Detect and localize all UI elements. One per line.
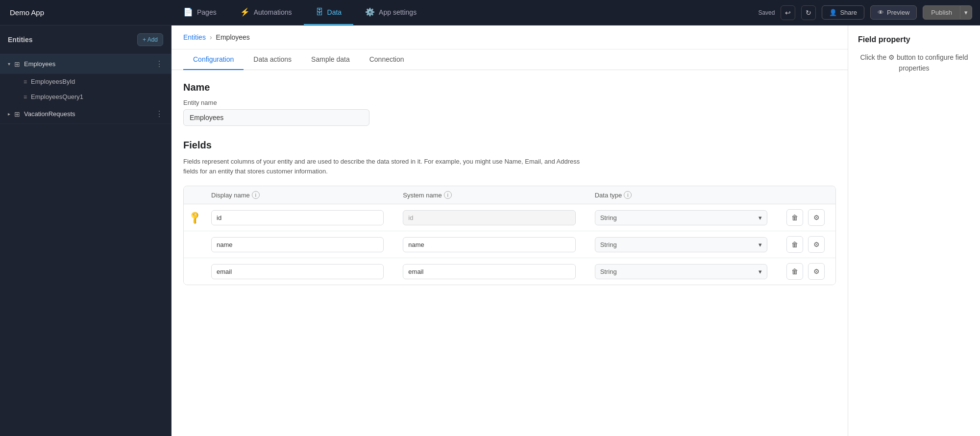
row-id-dropdown-icon: ▾ bbox=[759, 214, 762, 221]
data-type-info-icon[interactable]: i bbox=[624, 191, 632, 199]
row-name-system-name-input[interactable] bbox=[403, 237, 575, 252]
display-name-info-icon[interactable]: i bbox=[252, 191, 260, 199]
tab-content-configuration: Name Entity name Fields Fields represent… bbox=[172, 70, 848, 436]
undo-button[interactable]: ↩ bbox=[781, 5, 795, 20]
redo-button[interactable]: ↻ bbox=[801, 5, 816, 20]
pages-icon: 📄 bbox=[183, 7, 193, 17]
entity-name-input[interactable] bbox=[183, 109, 369, 126]
sidebar-item-employees[interactable]: ▾ ⊞ Employees ⋮ bbox=[0, 54, 171, 74]
sidebar-item-employeesbyid[interactable]: ≡ EmployeesById bbox=[0, 74, 171, 89]
add-entity-button[interactable]: + Add bbox=[137, 33, 163, 46]
row-name-system-name-cell bbox=[403, 237, 594, 252]
right-panel: Field property Click the ⚙ button to con… bbox=[848, 25, 980, 436]
system-name-info-icon[interactable]: i bbox=[444, 191, 452, 199]
tab-automations[interactable]: ⚡ Automations bbox=[228, 0, 304, 25]
row-id-display-name-input[interactable] bbox=[211, 210, 384, 225]
share-button[interactable]: 👤 Share bbox=[822, 5, 864, 20]
tab-sample-data[interactable]: Sample data bbox=[301, 49, 360, 70]
row-name-data-type-select[interactable]: String ▾ bbox=[595, 237, 767, 252]
tab-connection[interactable]: Connection bbox=[360, 49, 414, 70]
row-email-display-name-input[interactable] bbox=[211, 264, 384, 279]
content-area: Entities › Employees Configuration Data … bbox=[172, 25, 848, 436]
settings-icon: ⚙️ bbox=[365, 7, 375, 17]
sidebar-item-vacationrequests[interactable]: ▸ ⊞ VacationRequests ⋮ bbox=[0, 104, 171, 124]
row-name-settings-cell: ⚙ bbox=[808, 236, 830, 253]
row-email-delete-cell: 🗑 bbox=[786, 263, 808, 280]
row-id-system-name-input bbox=[403, 210, 575, 225]
row-email-data-type-select[interactable]: String ▾ bbox=[595, 264, 767, 279]
data-icon: 🗄 bbox=[316, 8, 323, 17]
row-id-data-type-select: String ▾ bbox=[595, 210, 767, 225]
saved-label: Saved bbox=[758, 9, 775, 16]
publish-button[interactable]: Publish bbox=[923, 5, 960, 20]
row-id-delete-button[interactable]: 🗑 bbox=[786, 209, 803, 226]
field-property-description: Click the ⚙ button to configure field pr… bbox=[858, 52, 970, 74]
fields-section-title: Fields bbox=[183, 140, 836, 151]
entity-menu-icon[interactable]: ⋮ bbox=[155, 59, 163, 69]
filter-icon: ≡ bbox=[24, 78, 27, 85]
row-email-delete-button[interactable]: 🗑 bbox=[786, 263, 803, 280]
row-email-system-name-input[interactable] bbox=[403, 264, 575, 279]
row-email-system-name-cell bbox=[403, 264, 594, 279]
employees-sub-items: ≡ EmployeesById ≡ EmployeesQuery1 bbox=[0, 74, 171, 104]
chevron-right-icon: ▸ bbox=[8, 111, 10, 117]
breadcrumb-parent[interactable]: Entities bbox=[183, 33, 206, 41]
tab-app-settings[interactable]: ⚙️ App settings bbox=[353, 0, 428, 25]
share-icon: 👤 bbox=[829, 9, 837, 16]
tab-configuration[interactable]: Configuration bbox=[183, 49, 244, 70]
col-header-display-name: Display name i bbox=[211, 191, 403, 199]
row-id-settings-cell: ⚙ bbox=[808, 209, 830, 226]
content-tabs: Configuration Data actions Sample data C… bbox=[172, 49, 848, 70]
table-row: String ▾ 🗑 ⚙ bbox=[184, 258, 835, 285]
field-property-title: Field property bbox=[858, 35, 970, 44]
entity-menu-icon-2[interactable]: ⋮ bbox=[155, 109, 163, 119]
row-name-dropdown-icon: ▾ bbox=[759, 241, 762, 248]
row-id-data-type-label: String bbox=[600, 214, 617, 221]
row-name-data-type-cell: String ▾ bbox=[595, 237, 786, 252]
row-name-data-type-label: String bbox=[600, 241, 617, 248]
col-header-system-name: System name i bbox=[403, 191, 594, 199]
app-title: Demo App bbox=[0, 8, 172, 17]
table-header: Display name i System name i Data type i bbox=[184, 186, 835, 204]
col-header-data-type: Data type i bbox=[595, 191, 786, 199]
table-row: String ▾ 🗑 ⚙ bbox=[184, 231, 835, 258]
row-name-delete-button[interactable]: 🗑 bbox=[786, 236, 803, 253]
row-email-settings-button[interactable]: ⚙ bbox=[808, 263, 825, 280]
eye-icon: 👁 bbox=[878, 9, 884, 16]
row-name-display-name-cell bbox=[211, 237, 403, 252]
row-name-delete-cell: 🗑 bbox=[786, 236, 808, 253]
table-icon-2: ⊞ bbox=[14, 110, 20, 118]
sidebar-item-employeesquery1[interactable]: ≡ EmployeesQuery1 bbox=[0, 89, 171, 104]
preview-button[interactable]: 👁 Preview bbox=[870, 5, 917, 20]
tab-data-actions[interactable]: Data actions bbox=[244, 49, 301, 70]
row-name-settings-button[interactable]: ⚙ bbox=[808, 236, 825, 253]
main-layout: Entities + Add ▾ ⊞ Employees ⋮ ≡ Employe… bbox=[0, 25, 980, 436]
row-id-data-type-cell: String ▾ bbox=[595, 210, 786, 225]
tab-data[interactable]: 🗄 Data bbox=[304, 0, 354, 25]
row-id-settings-button[interactable]: ⚙ bbox=[808, 209, 825, 226]
fields-description: Fields represent columns of your entity … bbox=[183, 157, 585, 176]
fields-section: Fields Fields represent columns of your … bbox=[183, 140, 836, 285]
filter-icon-2: ≡ bbox=[24, 94, 27, 100]
row-id-delete-cell: 🗑 bbox=[786, 209, 808, 226]
entity-label-vacationrequests: VacationRequests bbox=[24, 110, 151, 118]
breadcrumb: Entities › Employees bbox=[172, 25, 848, 49]
table-icon: ⊞ bbox=[14, 60, 20, 68]
tab-pages[interactable]: 📄 Pages bbox=[172, 0, 228, 25]
chevron-down-icon: ▾ bbox=[8, 61, 10, 67]
publish-caret-button[interactable]: ▾ bbox=[960, 5, 972, 20]
automations-icon: ⚡ bbox=[240, 7, 250, 17]
row-id-system-name-cell bbox=[403, 210, 594, 225]
publish-group: Publish ▾ bbox=[923, 5, 972, 20]
sidebar-title: Entities bbox=[8, 36, 33, 44]
row-email-dropdown-icon: ▾ bbox=[759, 268, 762, 275]
name-section-title: Name bbox=[183, 82, 836, 93]
breadcrumb-current: Employees bbox=[216, 33, 250, 41]
row-name-display-name-input[interactable] bbox=[211, 237, 384, 252]
row-email-display-name-cell bbox=[211, 264, 403, 279]
row-email-data-type-label: String bbox=[600, 268, 617, 275]
breadcrumb-separator: › bbox=[210, 33, 212, 41]
fields-table: Display name i System name i Data type i bbox=[183, 186, 836, 285]
entity-name-label: Entity name bbox=[183, 99, 836, 106]
nav-actions: Saved ↩ ↻ 👤 Share 👁 Preview Publish ▾ bbox=[750, 5, 980, 20]
